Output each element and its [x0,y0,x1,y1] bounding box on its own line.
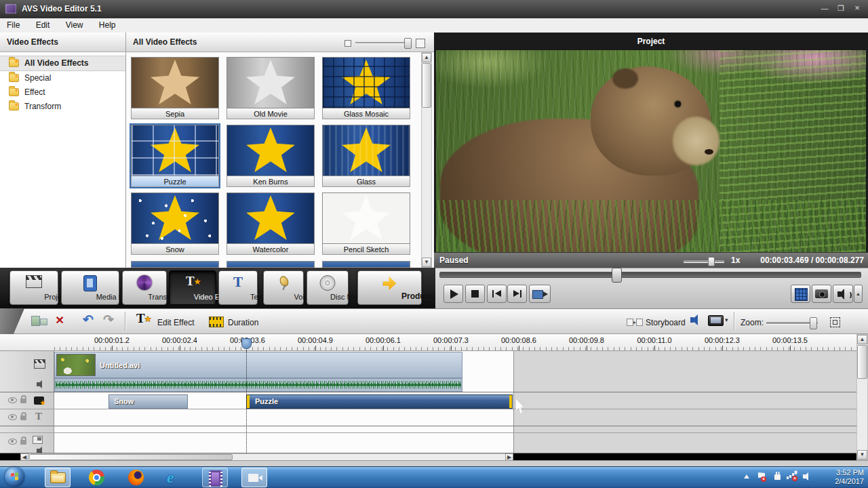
eye-icon[interactable] [8,439,17,445]
taskbar-firefox[interactable] [123,468,149,487]
play-button[interactable] [443,285,463,303]
track-divider [0,432,856,433]
speed-slider-handle[interactable] [708,257,715,266]
duration-icon[interactable] [209,317,224,327]
seek-slider-handle[interactable] [612,268,622,283]
audio-clip[interactable] [54,378,462,392]
undo-icon[interactable]: ↶ [83,314,94,326]
edit-effect-icon[interactable] [136,312,151,327]
eye-icon[interactable] [8,397,17,403]
effect-tile-ken-burns[interactable]: Ken Burns [226,125,315,187]
playhead-handle[interactable] [241,338,252,349]
clock-date: 2/4/2017 [816,477,864,486]
start-button[interactable] [5,467,24,487]
text-button[interactable]: Text [218,270,258,305]
avs-taskbar-icon [209,470,222,487]
projects-button[interactable]: Projects [9,270,58,305]
window-bottom-edge [0,460,868,466]
taskbar-chrome[interactable] [84,468,110,487]
storyboard-toggle[interactable]: Storyboard [646,318,686,327]
menu-file[interactable]: File [0,18,26,30]
previous-frame-button[interactable] [487,285,507,303]
tray-network-icon[interactable] [787,476,789,479]
zoom-slider-handle[interactable] [810,317,817,329]
audio-mixer-icon[interactable] [690,314,701,326]
redo-icon[interactable]: ↷ [103,314,114,326]
effect-tile-snow[interactable]: Snow [131,192,219,255]
storyboard-icon[interactable]: ▸ [627,317,643,327]
monitor-dropdown-icon[interactable]: ▾ [725,317,728,323]
play-frames-button[interactable] [529,285,551,303]
mosaic-view-button[interactable] [791,285,810,303]
lock-icon[interactable] [20,415,26,420]
scroll-down-icon[interactable]: ▼ [422,258,431,267]
transitions-button[interactable]: Transitions [122,270,167,305]
effect-clip-puzzle[interactable]: Puzzle [246,394,513,409]
effects-scrollbar-thumb[interactable] [422,63,431,108]
seek-slider-track[interactable] [439,272,861,278]
tray-power-icon[interactable] [774,474,781,480]
prev-frame-icon [492,290,494,298]
volume-button[interactable] [833,285,853,303]
lock-icon[interactable] [20,399,26,403]
taskbar-clock[interactable]: 3:52 PM 2/4/2017 [816,468,864,486]
effect-label: Old Movie [226,108,315,119]
timeline-hscrollbar-thumb[interactable] [29,454,233,460]
app-icon [5,4,16,14]
taskbar-avs-editor[interactable] [202,468,228,487]
stop-button[interactable] [465,285,485,303]
collapse-controls-button[interactable]: ▲ [854,285,863,303]
timeline-vscrollbar-thumb[interactable] [857,345,867,379]
taskbar-recorder[interactable] [241,468,267,487]
close-button[interactable]: × [849,3,865,14]
delete-icon[interactable]: × [56,314,64,326]
taskbar-ie[interactable]: e [163,468,189,487]
effect-tile-partial[interactable] [226,261,315,268]
split-clip-icon[interactable] [31,316,40,326]
video-clip[interactable]: Untitled.avi [54,352,462,378]
snapshot-button[interactable] [812,285,831,303]
effect-tile-pencil-sketch[interactable]: Pencil Sketch [322,192,410,255]
sepia-thumb [131,57,219,108]
taskbar-explorer[interactable] [45,468,71,487]
thumb-size-slider-track[interactable] [355,42,407,43]
scroll-up-icon[interactable]: ▲ [857,335,867,344]
ruler-label: 00:00:02.4 [153,336,207,344]
effect-tile-partial[interactable] [131,261,219,268]
effect-tile-old-movie[interactable]: Old Movie [226,57,315,119]
produce-button[interactable]: Produce... [357,270,422,305]
effect-tile-puzzle[interactable]: Puzzle [131,125,219,187]
work-area-boundary [513,351,514,453]
duration-button[interactable]: Duration [228,318,258,327]
speed-slider-track[interactable] [684,260,724,262]
menu-help[interactable]: Help [92,18,123,30]
tray-expand-icon[interactable] [744,474,749,479]
next-frame-button[interactable] [507,285,527,303]
effect-tile-partial[interactable] [322,261,410,268]
monitor-icon[interactable] [708,315,724,326]
video-effects-button[interactable]: Video Effects [169,270,216,305]
scroll-down-icon[interactable]: ▼ [857,450,867,460]
effect-clip-snow[interactable]: Snow [108,394,188,409]
effect-tile-glass-mosaic[interactable]: Glass Mosaic [322,57,410,119]
sidebar-item-transform[interactable]: Transform [0,100,125,114]
media-library-button[interactable]: Media Library [61,270,119,305]
scroll-up-icon[interactable]: ▲ [422,53,431,62]
eye-icon[interactable] [8,414,17,420]
lock-icon[interactable] [20,440,26,445]
thumb-size-slider-handle[interactable] [404,38,412,49]
effect-tile-sepia[interactable]: Sepia [131,57,219,119]
effect-tile-watercolor[interactable]: Watercolor [226,192,315,255]
disc-menu-button[interactable]: Disc Menu [307,270,349,305]
edit-effect-button[interactable]: Edit Effect [157,318,194,327]
text-icon [231,275,245,290]
effect-tile-glass[interactable]: Glass [322,125,410,187]
menu-view[interactable]: View [59,18,90,30]
fit-timeline-icon[interactable] [830,317,840,327]
minimize-button[interactable]: — [816,3,833,14]
restore-button[interactable]: ❐ [833,3,849,14]
menu-edit[interactable]: Edit [29,18,57,30]
title-bar: AVS Video Editor 5.1 — ❐ × [0,0,868,19]
tray-volume-icon[interactable] [803,472,812,481]
voice-button[interactable]: Voice [263,270,304,305]
